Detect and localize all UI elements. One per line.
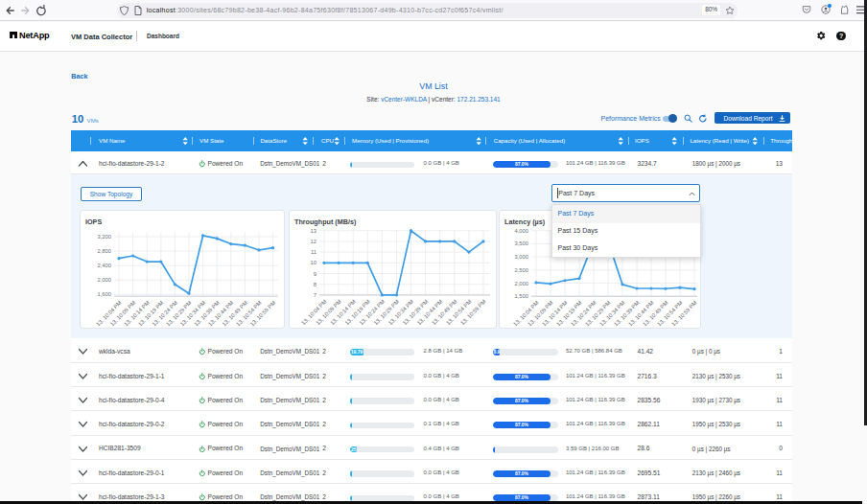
svg-text:2,400: 2,400 bbox=[97, 263, 111, 268]
svg-text:8: 8 bbox=[314, 282, 316, 287]
svg-text:3,000: 3,000 bbox=[514, 254, 528, 260]
svg-text:2,800: 2,800 bbox=[97, 248, 111, 254]
svg-text:12: 12 bbox=[311, 239, 316, 244]
svg-text:1,500: 1,500 bbox=[514, 293, 528, 299]
svg-text:3,500: 3,500 bbox=[514, 241, 528, 246]
svg-text:1,600: 1,600 bbox=[97, 291, 111, 297]
svg-text:10: 10 bbox=[311, 260, 316, 265]
svg-text:4,000: 4,000 bbox=[514, 228, 528, 234]
svg-text:9: 9 bbox=[314, 271, 316, 277]
svg-text:2,500: 2,500 bbox=[514, 267, 528, 273]
svg-text:3,200: 3,200 bbox=[97, 234, 111, 240]
svg-text:2,000: 2,000 bbox=[97, 277, 111, 283]
svg-text:11: 11 bbox=[311, 249, 316, 255]
svg-text:2,000: 2,000 bbox=[514, 281, 528, 286]
svg-text:13: 13 bbox=[311, 228, 316, 234]
svg-text:7: 7 bbox=[314, 292, 316, 298]
